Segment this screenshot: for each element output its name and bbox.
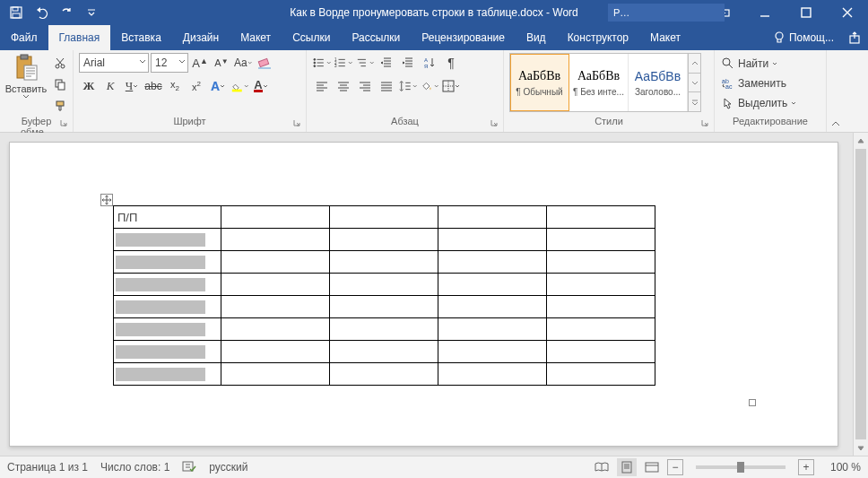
italic-button[interactable]: К — [100, 76, 120, 96]
numbering-button[interactable]: 123 — [334, 53, 353, 73]
close-icon[interactable] — [827, 0, 868, 25]
print-layout-icon — [621, 461, 633, 474]
tab-design[interactable]: Дизайн — [172, 25, 230, 50]
status-words[interactable]: Число слов: 1 — [100, 461, 169, 474]
clear-formatting-button[interactable] — [255, 53, 274, 73]
strikethrough-button[interactable]: abc — [143, 76, 163, 96]
style-normal[interactable]: АаБбВв ¶ Обычный — [510, 54, 569, 111]
shrink-font-button[interactable]: A▼ — [212, 53, 231, 73]
tab-view[interactable]: Вид — [516, 25, 557, 50]
clipboard-launcher[interactable] — [58, 117, 69, 128]
table-cell-selected[interactable] — [114, 251, 221, 274]
find-button[interactable]: Найти — [720, 55, 798, 73]
style-heading1[interactable]: АаБбВв Заголово... — [629, 54, 688, 111]
table-cell-selected[interactable] — [114, 274, 221, 296]
tab-references[interactable]: Ссылки — [282, 25, 341, 50]
maximize-icon[interactable] — [786, 0, 827, 25]
read-mode-button[interactable] — [592, 458, 612, 476]
document-table[interactable]: П/П — [113, 205, 655, 386]
svg-rect-1 — [13, 7, 18, 11]
table-row — [114, 318, 655, 341]
print-layout-button[interactable] — [617, 458, 637, 476]
highlight-button[interactable] — [230, 76, 249, 96]
change-case-button[interactable]: Aa — [233, 53, 253, 73]
gallery-expand[interactable] — [689, 92, 700, 111]
table-move-handle[interactable] — [100, 194, 113, 206]
zoom-slider-thumb[interactable] — [737, 462, 744, 473]
table-cell[interactable]: П/П — [114, 206, 221, 229]
paragraph-launcher[interactable] — [489, 117, 499, 128]
zoom-in-button[interactable]: + — [798, 459, 814, 475]
tab-table-design[interactable]: Конструктор — [557, 25, 639, 50]
zoom-level[interactable]: 100 % — [820, 461, 861, 474]
tell-me[interactable]: Помощ... — [762, 25, 841, 50]
superscript-button[interactable]: x2 — [187, 76, 206, 96]
font-name-select[interactable]: Arial — [79, 53, 149, 73]
underline-button[interactable]: Ч — [122, 76, 142, 96]
justify-button[interactable] — [377, 76, 396, 96]
replace-button[interactable]: abac Заменить — [720, 74, 798, 92]
scroll-thumb[interactable] — [855, 149, 866, 439]
sort-button[interactable]: AЯ — [420, 53, 439, 73]
zoom-out-button[interactable]: − — [667, 459, 683, 475]
document-page[interactable]: П/П — [9, 142, 838, 447]
paste-button[interactable]: Вставить — [5, 53, 47, 99]
font-size-select[interactable]: 12 — [151, 53, 188, 73]
web-layout-button[interactable] — [642, 458, 662, 476]
vertical-scrollbar[interactable] — [853, 133, 868, 456]
gallery-row-down[interactable] — [689, 74, 700, 93]
tab-table-layout[interactable]: Макет — [639, 25, 691, 50]
borders-button[interactable] — [441, 76, 461, 96]
tab-review[interactable]: Рецензирование — [411, 25, 516, 50]
gallery-row-up[interactable] — [689, 54, 700, 74]
select-button[interactable]: Выделить — [720, 94, 798, 112]
table-cell-selected[interactable] — [114, 341, 221, 363]
qat-customize-icon[interactable] — [81, 2, 102, 23]
proofing-icon[interactable] — [182, 460, 196, 475]
subscript-button[interactable]: x2 — [165, 76, 185, 96]
align-left-button[interactable] — [312, 76, 332, 96]
align-center-button[interactable] — [334, 76, 353, 96]
table-cell-selected[interactable] — [114, 296, 221, 318]
shading-button[interactable] — [420, 76, 439, 96]
collapse-ribbon-button[interactable] — [827, 50, 845, 132]
tab-insert[interactable]: Вставка — [110, 25, 172, 50]
redo-icon[interactable] — [56, 2, 77, 23]
table-cell-selected[interactable] — [114, 363, 221, 386]
style-nospacing[interactable]: АаБбВв ¶ Без инте... — [569, 54, 629, 111]
minimize-icon[interactable] — [744, 0, 786, 25]
tab-file[interactable]: Файл — [0, 25, 48, 50]
status-page[interactable]: Страница 1 из 1 — [7, 461, 88, 474]
tab-layout[interactable]: Макет — [230, 25, 282, 50]
save-icon[interactable] — [5, 2, 27, 23]
line-spacing-button[interactable] — [398, 76, 418, 96]
show-marks-button[interactable]: ¶ — [441, 53, 461, 73]
text-effects-button[interactable]: A — [208, 76, 228, 96]
styles-launcher[interactable] — [699, 117, 710, 128]
share-button[interactable] — [841, 25, 868, 50]
status-language[interactable]: русский — [209, 461, 247, 474]
grow-font-button[interactable]: A▲ — [190, 53, 210, 73]
decrease-indent-button[interactable] — [377, 53, 396, 73]
undo-icon[interactable] — [30, 2, 52, 23]
font-color-button[interactable]: A — [251, 76, 271, 96]
tab-mailings[interactable]: Рассылки — [341, 25, 411, 50]
bullets-button[interactable] — [312, 53, 332, 73]
tab-home[interactable]: Главная — [48, 25, 111, 50]
align-right-button[interactable] — [355, 76, 375, 96]
zoom-slider[interactable] — [696, 465, 786, 469]
bold-button[interactable]: Ж — [79, 76, 99, 96]
account-box[interactable]: Р… — [608, 4, 725, 22]
copy-button[interactable] — [50, 74, 70, 94]
increase-indent-button[interactable] — [398, 53, 418, 73]
format-painter-button[interactable] — [50, 96, 70, 116]
scroll-down[interactable] — [854, 440, 868, 456]
styles-gallery[interactable]: АаБбВв ¶ Обычный АаБбВв ¶ Без инте... Аа… — [509, 53, 701, 112]
multilevel-list-button[interactable] — [355, 53, 375, 73]
table-resize-handle[interactable] — [749, 399, 756, 406]
scroll-up[interactable] — [854, 133, 868, 148]
table-cell-selected[interactable] — [114, 229, 221, 251]
cut-button[interactable] — [50, 53, 70, 73]
font-launcher[interactable] — [291, 117, 302, 128]
table-cell-selected[interactable] — [114, 318, 221, 341]
